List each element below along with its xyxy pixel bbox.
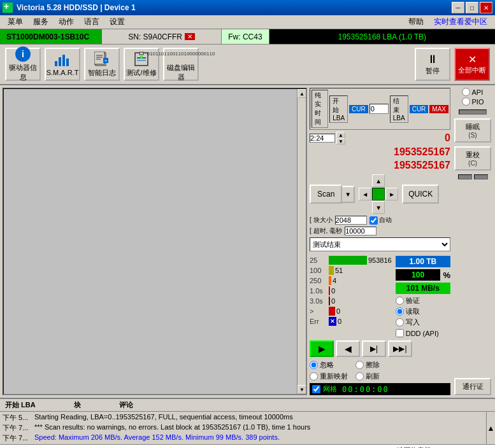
grid-cell [182, 255, 190, 261]
transport-row: ▶ ◀ ▶| ▶▶| [310, 340, 450, 357]
erase-radio[interactable] [355, 361, 364, 369]
api-radio-label[interactable]: API [462, 88, 484, 96]
grid-checkbox[interactable] [312, 385, 320, 393]
grid-cell [244, 249, 252, 255]
grid-cell [244, 179, 252, 185]
restore-button[interactable]: □ [466, 2, 478, 13]
remap-radio-label[interactable]: 重新映射 [310, 372, 348, 381]
hex-editor-button[interactable]: 010110 110011 010000 000110 磁盘编辑器 [163, 48, 199, 81]
auto-checkbox[interactable] [369, 216, 378, 225]
grid-cell [244, 90, 252, 95]
grid-cell [208, 242, 217, 248]
end-button[interactable]: ▶▶| [388, 340, 412, 357]
read-radio[interactable] [396, 307, 404, 316]
scroll-down-button[interactable]: ▼ [298, 385, 306, 394]
erase-radio-label[interactable]: 擦除 [355, 360, 380, 370]
grid-cell [66, 306, 75, 312]
menu-realtime-link[interactable]: 实时查看爱中区 [429, 15, 492, 29]
grid-cell [182, 204, 190, 210]
grid-cell [129, 363, 137, 369]
ignore-radio-label[interactable]: 忽略 [310, 360, 348, 370]
arrow-left-button[interactable]: ◄ [359, 188, 371, 200]
pause-button[interactable]: ⏸ 暂停 [415, 48, 450, 81]
write-radio[interactable] [396, 318, 404, 326]
grid-cell [155, 179, 164, 185]
grid-cell [217, 198, 226, 204]
grid-cell [129, 306, 137, 312]
grid-cell [164, 312, 172, 318]
next-button[interactable]: ▶| [362, 340, 386, 357]
refresh-radio-label[interactable]: 刷新 [355, 372, 380, 381]
smart-button[interactable]: S.M.A.R.T [45, 48, 80, 81]
sn-close-button[interactable]: ✕ [185, 33, 195, 40]
ddd-checkbox[interactable] [396, 329, 404, 337]
scroll-track[interactable] [298, 98, 306, 385]
grid-cell [22, 166, 31, 172]
recalibrate-button[interactable]: 重校 (C) [454, 146, 491, 171]
grid-cell [49, 319, 57, 325]
api-radio[interactable] [462, 88, 470, 96]
sleep-button[interactable]: 睡眠 (S) [454, 118, 491, 143]
menu-item-language[interactable]: 语言 [79, 15, 104, 29]
cert-button[interactable]: 通行证 [454, 378, 491, 395]
verify-radio[interactable] [396, 297, 404, 305]
close-button[interactable]: ✕ [480, 2, 492, 13]
grid-cell [57, 287, 66, 293]
refresh-radio[interactable] [355, 372, 364, 381]
elapsed-input[interactable] [310, 134, 335, 143]
grid-cell [66, 122, 75, 127]
grid-cell [138, 236, 146, 242]
grid-cell [138, 166, 146, 172]
grid-cell [102, 363, 110, 369]
elapsed-down-btn[interactable]: ▼ [336, 138, 345, 144]
scan-dropdown-arrow[interactable]: ▼ [342, 186, 355, 203]
grid-cell [182, 332, 190, 337]
scroll-up-button[interactable]: ▲ [298, 89, 306, 98]
smart-log-button[interactable]: + 智能日志 [84, 48, 120, 81]
quick-button[interactable]: QUICK [402, 185, 439, 204]
menu-item-settings[interactable]: 设置 [104, 15, 130, 29]
grid-cell [84, 172, 92, 178]
rewind-button[interactable]: ◀ [336, 340, 360, 357]
read-radio-label[interactable]: 读取 [396, 307, 450, 316]
grid-cell [155, 332, 164, 337]
arrow-down-button[interactable]: ▼ [372, 201, 385, 214]
play-button[interactable]: ▶ [310, 340, 334, 357]
grid-cell [111, 147, 119, 153]
scan-button[interactable]: Scan [310, 185, 342, 204]
end-lba-label: 结束 LBA [390, 95, 408, 123]
grid-cell [182, 357, 190, 363]
arrow-up-button[interactable]: ▲ [372, 174, 385, 187]
grid-cell [93, 262, 101, 267]
remap-radio[interactable] [310, 372, 318, 381]
grid-cell [93, 249, 101, 255]
grid-cell [40, 255, 48, 261]
grid-cell [93, 242, 101, 248]
verify-radio-label[interactable]: 验证 [396, 296, 450, 305]
grid-cell [111, 96, 119, 102]
minimize-button[interactable]: ─ [452, 2, 464, 13]
grid-cell [93, 179, 101, 185]
pio-radio-label[interactable]: PIO [462, 97, 484, 106]
block-size-input[interactable] [335, 216, 367, 225]
menu-item-help[interactable]: 帮助 [403, 15, 429, 29]
menu-item-action[interactable]: 动作 [54, 15, 79, 29]
menu-item-file[interactable]: 菜单 [3, 15, 28, 29]
stop-all-button[interactable]: ✕ 全部中断 [454, 48, 490, 81]
grid-cell [235, 300, 243, 305]
arrow-right-button[interactable]: ► [385, 188, 398, 200]
menu-item-service[interactable]: 服务 [28, 15, 54, 29]
ignore-radio[interactable] [310, 361, 318, 369]
log-header-block: 块 [74, 400, 81, 410]
grid-cell [261, 255, 269, 261]
grid-cell [226, 147, 234, 153]
log-expand-button[interactable]: ▲ [486, 412, 495, 444]
end-condition-select[interactable]: 测试结束 [310, 237, 450, 251]
driver-info-button[interactable]: i 驱动器信息 [5, 48, 41, 81]
elapsed-up-btn[interactable]: ▲ [336, 132, 345, 138]
pio-radio[interactable] [462, 97, 470, 106]
write-radio-label[interactable]: 写入 [396, 318, 450, 327]
timeout-input[interactable] [345, 227, 377, 235]
cur-value-input[interactable] [369, 104, 389, 114]
stats-right: 1.00 TB 100 % 101 MB/s 验证 [396, 256, 450, 337]
